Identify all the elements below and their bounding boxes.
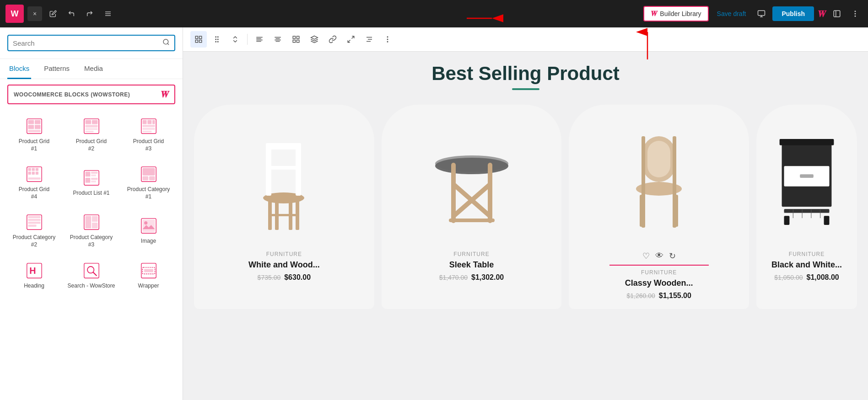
price-original-2: $1,470.00 <box>439 274 468 281</box>
block-label-heading: Heading <box>24 283 44 290</box>
pencil-icon-button[interactable] <box>46 6 60 21</box>
toolbar-settings-icon[interactable] <box>361 31 377 48</box>
svg-rect-53 <box>142 176 148 181</box>
svg-rect-54 <box>149 176 155 181</box>
svg-rect-94 <box>297 36 299 38</box>
svg-rect-27 <box>85 128 97 130</box>
price-original-3: $1,260.00 <box>626 292 655 299</box>
search-button[interactable] <box>162 38 170 48</box>
block-item-heading[interactable]: H Heading <box>7 256 61 293</box>
sidebar-toggle-button[interactable] <box>830 6 844 21</box>
search-area <box>0 27 183 59</box>
sidebar: Blocks Patterns Media WOOCOMMERCE BLOCKS… <box>0 27 183 400</box>
close-button[interactable]: × <box>27 6 42 21</box>
publish-button[interactable]: Publish <box>772 6 814 21</box>
svg-marker-97 <box>311 36 318 40</box>
block-item-product-grid-2[interactable]: Product Grid#2 <box>65 112 118 156</box>
quickview-icon[interactable]: 👁 <box>655 251 663 261</box>
product-img-area-3 <box>576 116 742 244</box>
product-card-1: FURNITURE White and Wood... $735.00 $630… <box>194 105 374 309</box>
svg-text:H: H <box>29 266 36 276</box>
tab-patterns[interactable]: Patterns <box>42 59 71 79</box>
wishlist-icon[interactable]: ♡ <box>642 251 650 261</box>
block-item-product-grid-3[interactable]: Product Grid#3 <box>122 112 175 156</box>
price-row-4: $1,050.00 $1,008.00 <box>774 273 839 282</box>
toolbar-layers-icon[interactable] <box>306 31 323 48</box>
toolbar-more-icon[interactable] <box>379 31 396 48</box>
svg-rect-132 <box>800 174 814 178</box>
svg-rect-59 <box>28 225 36 227</box>
block-item-product-category-2[interactable]: Product Category #2 <box>7 208 61 252</box>
svg-line-99 <box>348 40 350 43</box>
product-category-3-icon <box>82 213 101 231</box>
product-img-area-2 <box>389 116 555 244</box>
toolbar-block-icon[interactable] <box>190 31 207 48</box>
blocks-grid-row1: Product Grid#1 Product Grid#2 <box>7 112 175 156</box>
svg-rect-48 <box>85 178 90 183</box>
svg-rect-96 <box>293 40 295 43</box>
undo-button[interactable] <box>64 6 79 21</box>
svg-rect-77 <box>195 40 198 43</box>
block-item-wrapper[interactable]: Wrapper <box>122 256 175 293</box>
toolbar-grid-view[interactable] <box>288 31 304 48</box>
block-item-image[interactable]: Image <box>122 208 175 252</box>
svg-rect-49 <box>91 178 97 180</box>
save-draft-label: Save draft <box>717 10 746 17</box>
menu-icon-button[interactable] <box>101 6 115 21</box>
block-label-product-grid-1: Product Grid#1 <box>19 138 49 152</box>
more-options-button[interactable] <box>848 6 863 21</box>
svg-rect-28 <box>85 131 93 133</box>
toolbar-link-icon[interactable] <box>324 31 341 48</box>
monitor-icon-button[interactable] <box>754 6 769 21</box>
svg-rect-128 <box>642 136 645 228</box>
block-label-product-list-1: Product List #1 <box>73 190 109 197</box>
builder-library-button[interactable]: 𝑾 Builder Library <box>643 6 708 21</box>
block-item-product-category-1[interactable]: Product Category #1 <box>122 160 175 204</box>
svg-rect-32 <box>152 120 155 124</box>
editor-toolbar <box>183 27 868 52</box>
block-item-product-grid-4[interactable]: Product Grid#4 <box>7 160 61 204</box>
block-item-product-list-1[interactable]: Product List #1 <box>65 160 118 204</box>
save-draft-button[interactable]: Save draft <box>712 7 751 20</box>
woo-blocks-header[interactable]: WOOCOMMERCE BLOCKS (WOWSTORE) 𝑾 <box>7 85 175 104</box>
toolbar-move-icon[interactable] <box>227 31 243 48</box>
svg-point-83 <box>216 42 216 43</box>
product-name-1: White and Wood... <box>248 260 320 270</box>
product-name-3: Classy Wooden... <box>625 278 693 288</box>
svg-rect-61 <box>85 216 91 229</box>
product-img-area-4 <box>764 116 850 244</box>
publish-label: Publish <box>782 10 805 17</box>
svg-rect-78 <box>199 40 202 43</box>
svg-rect-41 <box>32 172 34 175</box>
svg-rect-124 <box>647 141 670 177</box>
tab-blocks[interactable]: Blocks <box>7 59 31 79</box>
product-category-3: FURNITURE <box>641 269 677 276</box>
svg-rect-141 <box>824 216 830 225</box>
svg-rect-19 <box>34 120 40 124</box>
wrapper-icon <box>140 261 158 280</box>
search-input[interactable] <box>13 39 159 47</box>
product-grid-1-icon <box>25 117 43 135</box>
toolbar-divider-1 <box>247 34 248 45</box>
svg-rect-52 <box>142 168 155 176</box>
compare-icon[interactable]: ↻ <box>669 251 676 261</box>
redo-button[interactable] <box>82 6 97 21</box>
svg-rect-34 <box>142 128 155 130</box>
block-label-image: Image <box>141 238 156 245</box>
product-grid-3-icon <box>140 117 158 135</box>
block-item-product-grid-1[interactable]: Product Grid#1 <box>7 112 61 156</box>
block-label-product-grid-3: Product Grid#3 <box>133 138 164 152</box>
block-item-search[interactable]: Search - WowStore <box>65 256 118 293</box>
block-label-product-grid-2: Product Grid#2 <box>76 138 107 152</box>
toolbar-align-left[interactable] <box>251 31 268 48</box>
product-actions-3: ♡ 👁 ↻ <box>609 251 709 266</box>
product-name-2: Sleek Table <box>449 260 494 270</box>
svg-rect-20 <box>28 125 34 129</box>
svg-rect-42 <box>35 172 38 175</box>
svg-rect-140 <box>784 216 790 225</box>
tab-media[interactable]: Media <box>82 59 105 79</box>
toolbar-drag-icon[interactable] <box>209 31 225 48</box>
toolbar-align-center[interactable] <box>270 31 286 48</box>
toolbar-expand-icon[interactable] <box>343 31 359 48</box>
block-item-product-category-3[interactable]: Product Category #3 <box>65 208 118 252</box>
